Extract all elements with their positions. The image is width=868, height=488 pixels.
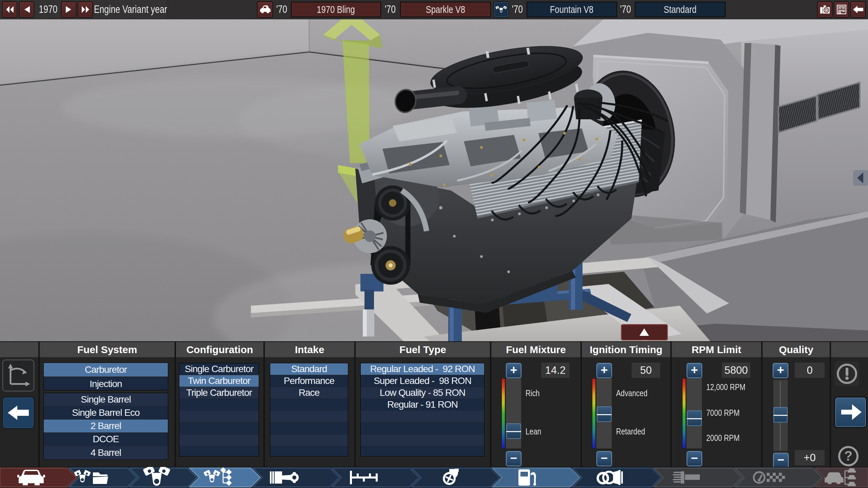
svg-text:?: ? xyxy=(844,448,852,463)
